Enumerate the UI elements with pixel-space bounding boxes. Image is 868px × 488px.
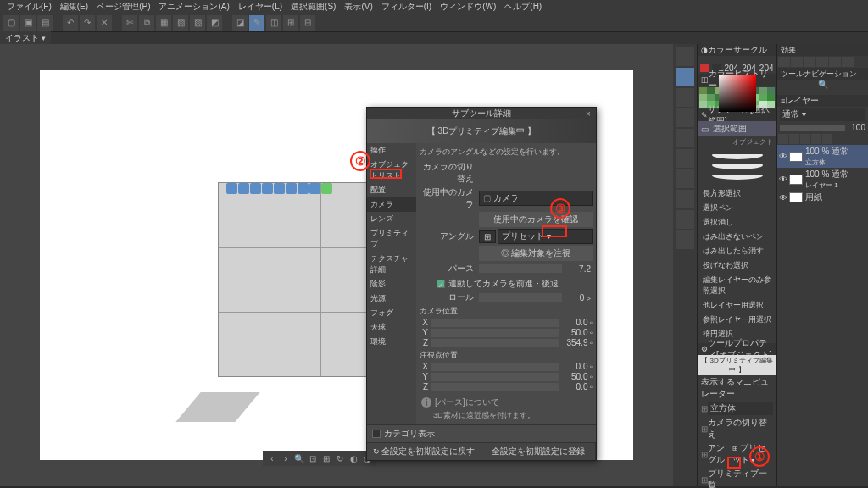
toolbar-paste-icon[interactable]: ▦ [156, 15, 171, 30]
subtool-rect[interactable]: 長方形選択 [699, 186, 775, 201]
menu-file[interactable]: ファイル(F) [3, 1, 55, 13]
cat-texture[interactable]: テクスチャ詳細 [367, 252, 416, 277]
tool-move-icon[interactable] [676, 68, 694, 86]
layer-visibility-icon[interactable]: 👁 [779, 193, 787, 202]
layer-item-2[interactable]: 👁 用紙 [777, 191, 868, 204]
fx-btn4[interactable] [816, 57, 828, 67]
menu-help[interactable]: ヘルプ(H) [501, 1, 545, 13]
handle-rotate-icon[interactable] [238, 183, 249, 194]
toolbar-redo-icon[interactable]: ↷ [80, 15, 95, 30]
camera-select[interactable]: ▢ カメラ [479, 191, 593, 206]
toolbar-btn[interactable]: ▧ [173, 15, 188, 30]
perspective-slider[interactable] [479, 264, 562, 273]
layer-item-1[interactable]: 👁 100 % 通常レイヤー 1 [777, 168, 868, 191]
layer-btn5[interactable] [822, 134, 832, 144]
toolbar-delete-icon[interactable]: ✕ [97, 15, 112, 30]
menu-window[interactable]: ウィンドウ(W) [437, 1, 499, 13]
toolbar-btn6[interactable]: ⊟ [300, 15, 315, 30]
menu-layer[interactable]: レイヤー(L) [235, 1, 286, 13]
layer-visibility-icon[interactable]: 👁 [779, 175, 787, 184]
navigator-icon[interactable]: 🔍 [777, 80, 868, 95]
toolbar-snap-icon[interactable]: ◫ [266, 15, 281, 30]
cat-camera[interactable]: カメラ [367, 197, 416, 212]
fx-btn1[interactable] [778, 57, 790, 67]
toolbar-save-icon[interactable]: ▤ [37, 15, 53, 30]
move-camera-checkbox[interactable]: ✓ [437, 280, 445, 288]
close-icon[interactable]: × [586, 109, 594, 118]
layer-mode-select[interactable]: 通常 ▾ [780, 108, 865, 121]
fx-btn6[interactable] [842, 57, 854, 67]
prop-primlist[interactable]: ⊞プリミティブ一覧 [698, 467, 776, 488]
cat-placement[interactable]: 配置 [367, 183, 416, 197]
menu-filter[interactable]: フィルター(I) [378, 1, 435, 13]
toolbar-undo-icon[interactable]: ↶ [63, 15, 78, 30]
handle-7-icon[interactable] [298, 183, 309, 194]
cat-objectlist[interactable]: オブジェクトリスト [367, 158, 416, 183]
layer-btn2[interactable] [789, 134, 799, 144]
perspective-value[interactable]: 7.2 [562, 264, 593, 274]
menu-view[interactable]: 表示(V) [341, 1, 376, 13]
nav-next-icon[interactable]: › [280, 452, 292, 464]
nav-btn7[interactable]: ◐ [348, 452, 359, 464]
menu-select[interactable]: 選択範囲(S) [287, 1, 339, 13]
toolbar-new-icon[interactable]: ▢ [3, 15, 19, 30]
layer-btn3[interactable] [800, 134, 810, 144]
prop-angle[interactable]: ⊞アングル⊞ プリセット ▾ [698, 441, 776, 467]
cat-lens[interactable]: レンズ [367, 212, 416, 226]
cube-3d-object[interactable] [218, 182, 379, 402]
cat-primitive[interactable]: プリミティブ [367, 226, 416, 252]
cat-operation[interactable]: 操作 [367, 143, 416, 158]
look-z-slider[interactable] [431, 383, 559, 391]
prop-camera-switch[interactable]: ⊞カメラの切り替え [698, 416, 776, 441]
cat-env[interactable]: 環境 [367, 335, 416, 349]
nav-fit-icon[interactable]: ⊡ [307, 452, 319, 464]
reset-all-button[interactable]: ↻ 全設定を初期設定に戻す [367, 443, 481, 460]
handle-scale-icon[interactable] [250, 183, 261, 194]
roll-slider[interactable] [479, 293, 562, 302]
fx-btn5[interactable] [829, 57, 841, 67]
look-y-slider[interactable] [431, 373, 559, 381]
layer-btn4[interactable] [811, 134, 821, 144]
toolbar-btn5[interactable]: ⊞ [283, 15, 298, 30]
subtool-overerase[interactable]: はみ出したら消す [699, 244, 775, 258]
handle-8-icon[interactable] [309, 183, 320, 194]
menu-page[interactable]: ページ管理(P) [93, 1, 153, 13]
handle-6-icon[interactable] [286, 183, 297, 194]
subtool-selerase[interactable]: 選択消し [699, 215, 775, 230]
cat-fog[interactable]: フォグ [367, 306, 416, 320]
category-display-checkbox[interactable] [372, 430, 381, 438]
fg-color-chip[interactable] [700, 64, 709, 72]
fx-btn2[interactable] [791, 57, 803, 67]
tool-pen-icon[interactable] [676, 88, 694, 107]
subtool-noover[interactable]: はみ出さないペン [699, 230, 775, 244]
document-tab[interactable]: イラスト ▾ [0, 31, 51, 45]
nav-zoom-icon[interactable]: 🔍 [293, 452, 305, 464]
subtool-reflayer[interactable]: 参照レイヤー用選択 [699, 313, 775, 327]
handle-move-icon[interactable] [226, 183, 237, 194]
register-all-button[interactable]: 全設定を初期設定に登録 [481, 443, 596, 460]
layer-item-0[interactable]: 👁 100 % 通常立方体 [777, 145, 868, 168]
cat-sky[interactable]: 天球 [367, 320, 416, 335]
angle-icon-button[interactable]: ⊞ [479, 230, 496, 243]
handle-9-icon[interactable] [321, 183, 332, 194]
color-square[interactable] [719, 75, 756, 112]
focus-edit-button[interactable]: ◎ 編集対象を注視 [479, 246, 593, 261]
subtool-otherlayer[interactable]: 他レイヤー用選択 [699, 298, 775, 313]
subtool-group-tab[interactable]: ▭選択範囲 [698, 121, 776, 136]
tool-eyedropper-icon[interactable] [676, 230, 694, 249]
subtool-selpen[interactable]: 選択ペン [699, 201, 775, 215]
primitive-shape-select[interactable]: 立方体 [708, 402, 773, 415]
pos-x-slider[interactable] [431, 319, 559, 327]
handle-4-icon[interactable] [262, 183, 273, 194]
fx-btn3[interactable] [804, 57, 815, 67]
toolbar-copy-icon[interactable]: ⧉ [139, 15, 154, 30]
cat-light[interactable]: 光源 [367, 291, 416, 306]
tool-eraser-icon[interactable] [676, 129, 694, 147]
panel-titlebar[interactable]: サブツール詳細 × [367, 108, 596, 119]
tool-brush-icon[interactable] [676, 108, 694, 127]
tool-text-icon[interactable] [676, 190, 694, 208]
subtool-editlayer[interactable]: 編集レイヤーのみ参照選択 [699, 273, 775, 298]
cat-shadow[interactable]: 陰影 [367, 277, 416, 291]
menu-edit[interactable]: 編集(E) [57, 1, 92, 13]
tool-fill-icon[interactable] [676, 149, 694, 168]
